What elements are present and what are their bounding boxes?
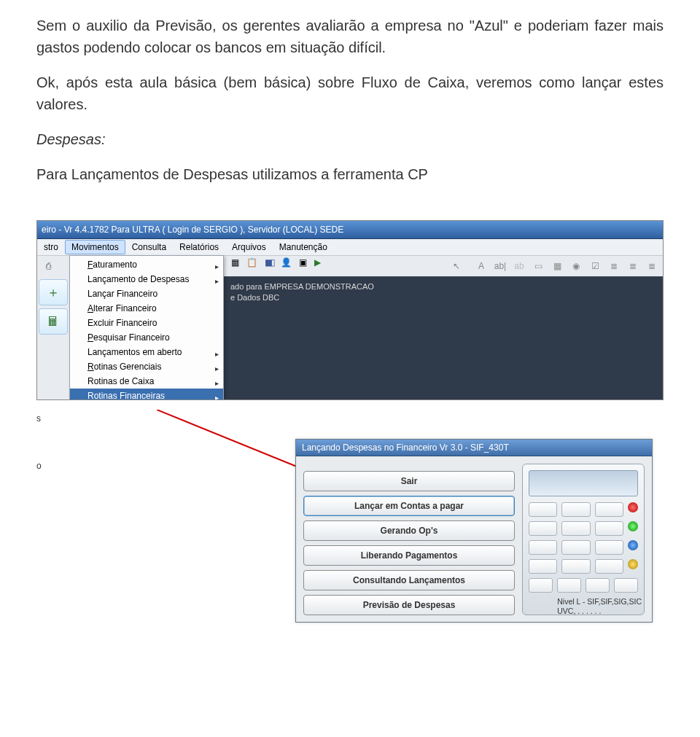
btn-liberando-pagamentos[interactable]: Liberando Pagamentos: [303, 545, 515, 566]
content-info: ado para EMPRESA DEMONSTRACAO e Dados DB…: [230, 281, 374, 303]
dialog-footer: Nivel L - SIF,SIF,SIG,SIC UVC, . . . . .…: [557, 597, 642, 616]
list-icon[interactable]: ≣: [607, 260, 621, 273]
embedded-screenshot: eiro - Vr 4.4.1782 Para ULTRA ( Login de…: [36, 220, 664, 628]
menu-manutencao[interactable]: Manutenção: [273, 240, 334, 254]
paragraph-1: Sem o auxilio da Previsão, os gerentes a…: [36, 15, 664, 58]
textfield-icon[interactable]: ab|: [494, 260, 507, 273]
cut-label-s: s: [36, 413, 41, 424]
dd-faturamento[interactable]: Faturamento▸: [70, 257, 223, 272]
content-line-2: e Dados DBC: [230, 293, 279, 302]
document-body: Sem o auxilio da Previsão, os gerentes a…: [0, 0, 700, 220]
dd-pesquisar-financeiro[interactable]: Pesquisar Financeiro: [70, 330, 223, 345]
chart-icon[interactable]: ▮▮▯: [265, 257, 273, 268]
led-green-icon: [628, 521, 638, 531]
sidebar-tile-add[interactable]: ＋: [39, 279, 68, 305]
led-yellow-icon: [628, 559, 638, 569]
dialog-footer-line2: UVC, . . . . . .: [557, 607, 601, 615]
dd-lancamentos-aberto[interactable]: Lançamentos em aberto▸: [70, 345, 223, 359]
list2-icon[interactable]: ≣: [626, 260, 639, 273]
grid2-icon[interactable]: ▦: [231, 257, 239, 268]
dd-excluir-financeiro[interactable]: Excluir Financeiro: [70, 316, 223, 330]
cursor-icon[interactable]: ↖: [450, 260, 463, 273]
ab-icon[interactable]: ab: [513, 260, 526, 273]
toolbar-middle: ▦ 📋 ▮▮▯ 👤 ▣ ▶: [231, 257, 321, 268]
menu-arquivos[interactable]: Arquivos: [225, 240, 273, 254]
check-icon[interactable]: ☑: [588, 260, 602, 273]
led-blue-icon: [628, 540, 638, 550]
sidebar: ＋ 🖩: [37, 276, 73, 400]
led-red-icon: [628, 502, 638, 512]
menu-cadastro[interactable]: stro: [37, 240, 65, 254]
dialog-button-column: Sair Lançar em Contas a pagar Gerando Op…: [303, 464, 515, 615]
tool-icon[interactable]: ▣: [299, 257, 307, 268]
dd-rotinas-gerenciais[interactable]: Rotinas Gerenciais▸: [70, 359, 223, 374]
paragraph-despesas: Despesas:: [36, 128, 664, 150]
box-icon[interactable]: ▭: [532, 260, 545, 273]
dialog-footer-line1: Nivel L - SIF,SIF,SIG,SIC: [557, 597, 642, 606]
dd-alterar-financeiro[interactable]: Alterar Financeiro: [70, 301, 223, 316]
sidebar-tile-calc[interactable]: 🖩: [39, 308, 68, 335]
window-title: eiro - Vr 4.4.1782 Para ULTRA ( Login de…: [42, 225, 343, 235]
content-line-1: ado para EMPRESA DEMONSTRACAO: [230, 282, 374, 291]
dialog-title: Lançando Despesas no Financeiro Vr 3.0 -…: [296, 440, 652, 456]
toolbar-right: ↖ A ab| ab ▭ ▦ ◉ ☑ ≣ ≣ ≣: [450, 256, 658, 276]
menu-consulta[interactable]: Consulta: [125, 240, 173, 254]
btn-consultando-lancamentos[interactable]: Consultando Lançamentos: [303, 570, 515, 590]
print-icon[interactable]: ⎙: [42, 260, 55, 273]
user-icon[interactable]: 👤: [281, 257, 292, 268]
btn-gerando-ops[interactable]: Gerando Op's: [303, 520, 515, 541]
paragraph-2: Ok, após esta aula básica (bem básica) s…: [36, 71, 664, 115]
menu-movimentos[interactable]: Movimentos: [65, 240, 125, 254]
btn-lancar-contas-pagar[interactable]: Lançar em Contas a pagar: [303, 496, 515, 516]
btn-sair[interactable]: Sair: [303, 471, 515, 491]
app-window: eiro - Vr 4.4.1782 Para ULTRA ( Login de…: [36, 220, 664, 400]
menu-relatorios[interactable]: Relatórios: [173, 240, 225, 254]
btn-previsao-despesas[interactable]: Previsão de Despesas: [303, 595, 515, 615]
cut-label-o: o: [36, 461, 42, 471]
paragraph-4: Para Lançamentos de Despesas utilizamos …: [36, 163, 664, 185]
radio-icon[interactable]: ◉: [569, 260, 583, 273]
dd-lancar-financeiro[interactable]: Lançar Financeiro: [70, 286, 223, 301]
calc-screen: [529, 470, 638, 496]
window-titlebar: eiro - Vr 4.4.1782 Para ULTRA ( Login de…: [37, 221, 663, 239]
dd-lancamento-despesas[interactable]: Lançamento de Despesas▸: [70, 272, 223, 286]
dd-rotinas-financeiras[interactable]: Rotinas Financeiras▸: [70, 389, 223, 400]
grid-icon[interactable]: ▦: [551, 260, 564, 273]
movimentos-dropdown: Faturamento▸ Lançamento de Despesas▸ Lan…: [69, 255, 224, 400]
calculator-graphic: [522, 464, 645, 615]
dialog-lancando-despesas: Lançando Despesas no Financeiro Vr 3.0 -…: [295, 439, 653, 623]
clipboard-icon[interactable]: 📋: [246, 257, 257, 268]
text-a-icon[interactable]: A: [475, 260, 488, 273]
play-icon[interactable]: ▶: [314, 257, 321, 268]
menubar: stro Movimentos Consulta Relatórios Arqu…: [37, 239, 663, 256]
dd-rotinas-caixa[interactable]: Rotinas de Caixa▸: [70, 374, 223, 389]
list3-icon[interactable]: ≣: [645, 260, 658, 273]
dialog-title-text: Lançando Despesas no Financeiro Vr 3.0 -…: [302, 442, 509, 453]
